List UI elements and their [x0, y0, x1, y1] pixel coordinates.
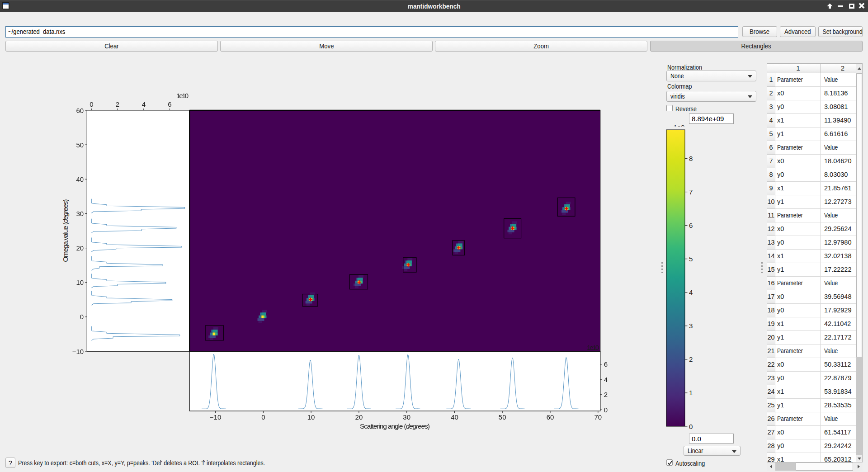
svg-text:Omega.value (degrees): Omega.value (degrees): [61, 199, 69, 262]
svg-text:0: 0: [689, 423, 693, 430]
svg-text:4: 4: [689, 288, 693, 296]
svg-text:50: 50: [76, 141, 84, 149]
svg-text:5: 5: [689, 255, 693, 263]
svg-text:7: 7: [689, 188, 693, 196]
svg-text:8: 8: [689, 155, 693, 162]
svg-text:0: 0: [604, 406, 608, 414]
svg-text:1: 1: [689, 389, 693, 396]
svg-text:Scattering angle (degrees): Scattering angle (degrees): [360, 422, 430, 430]
svg-text:30: 30: [403, 413, 410, 421]
svg-text:40: 40: [451, 413, 458, 421]
svg-text:6: 6: [168, 100, 171, 108]
svg-text:10: 10: [307, 413, 315, 421]
svg-text:6: 6: [689, 222, 693, 229]
svg-text:0: 0: [90, 100, 93, 108]
svg-text:4: 4: [604, 376, 608, 383]
svg-text:0: 0: [261, 413, 265, 421]
svg-text:20: 20: [76, 244, 84, 252]
svg-text:1e10: 1e10: [176, 92, 189, 99]
svg-text:3: 3: [689, 322, 693, 330]
svg-text:6: 6: [604, 360, 608, 368]
svg-text:70: 70: [594, 413, 602, 421]
svg-text:−10: −10: [72, 348, 84, 355]
svg-text:−10: −10: [210, 413, 221, 421]
svg-text:0: 0: [80, 313, 84, 321]
svg-text:10: 10: [76, 278, 84, 286]
svg-text:30: 30: [76, 210, 84, 217]
svg-text:50: 50: [499, 413, 506, 421]
svg-text:60: 60: [76, 107, 84, 114]
svg-text:40: 40: [76, 175, 84, 183]
svg-text:1e10: 1e10: [587, 344, 599, 351]
svg-text:2: 2: [116, 100, 119, 108]
svg-text:2: 2: [689, 355, 693, 363]
svg-text:20: 20: [355, 413, 363, 421]
svg-text:2: 2: [604, 391, 608, 398]
svg-text:60: 60: [547, 413, 554, 421]
svg-text:4: 4: [142, 100, 146, 108]
